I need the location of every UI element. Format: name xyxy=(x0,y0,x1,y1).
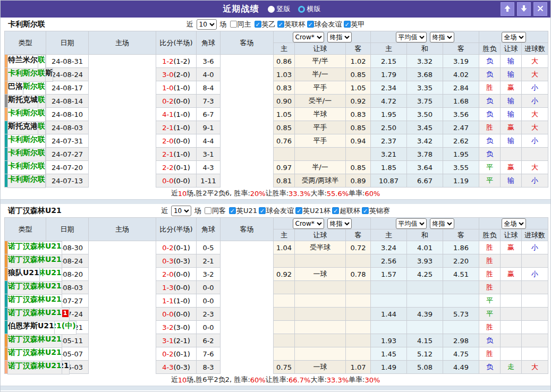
final-odds-select-2[interactable]: 终指 xyxy=(430,32,454,42)
same-venue-filter[interactable]: 同客 xyxy=(205,206,226,216)
odds-source-select[interactable]: Crow* xyxy=(293,218,324,229)
move-down-button[interactable] xyxy=(517,2,531,16)
result-outcome: 胜 xyxy=(479,347,501,361)
match-row: 球会友谊24-08-03卡利斯尔联2-1(1-0)9-1斯托克港0.85平手0.… xyxy=(5,121,548,134)
score: 2-1(1-0) xyxy=(156,121,197,134)
full-time-score: 0-0 xyxy=(162,177,173,185)
radio-vertical-layout[interactable]: 竖版 xyxy=(268,4,291,14)
checkbox-checked-icon[interactable]: ✓ xyxy=(362,207,369,214)
checkbox-checked-icon[interactable]: ✓ xyxy=(229,207,236,214)
avg-home-odds: 1.45 xyxy=(371,347,407,361)
final-odds-select[interactable]: 终指 xyxy=(327,218,352,229)
recent-games-select[interactable]: 10 xyxy=(171,206,191,216)
corner-score: 0-5 xyxy=(197,241,221,254)
match-row: 球会友谊24-07-13沃金顿0-0(0-0)1-11卡利斯尔联0.81受两/两… xyxy=(5,174,548,188)
half-time-score: (1-2) xyxy=(173,57,190,65)
summary-value: 30% xyxy=(364,376,380,384)
avg-away-odds: 2.98 xyxy=(443,334,479,347)
summary-text: 大率: xyxy=(310,189,326,198)
checkbox-checked-icon[interactable]: ✓ xyxy=(259,207,266,214)
full-match-select[interactable]: 全场 xyxy=(502,218,526,229)
avg-draw-odds xyxy=(407,321,443,334)
checkbox-checked-icon[interactable]: ✓ xyxy=(295,207,302,214)
avg-odds-select[interactable]: 平均值 xyxy=(396,218,427,229)
result-outcome: 负 xyxy=(479,334,501,347)
team-label: 诺丁汉森林U21 xyxy=(8,255,62,263)
league-filter[interactable]: ✓英U21 xyxy=(229,206,257,216)
team-label: 斯托克港 xyxy=(8,122,38,130)
full-match-select[interactable]: 全场 xyxy=(502,32,526,42)
avg-odds-group: 平均值终指 xyxy=(371,31,479,43)
checkbox-checked-icon[interactable]: ✓ xyxy=(332,207,339,214)
close-button[interactable] xyxy=(533,2,547,16)
avg-draw-odds: 3.78 xyxy=(407,148,443,161)
league-filter[interactable]: ✓英联杯 xyxy=(277,20,306,29)
checkbox-checked-icon[interactable]: ✓ xyxy=(344,21,351,28)
result-goals: 大 xyxy=(522,161,548,174)
checkbox-unchecked-icon[interactable] xyxy=(230,21,237,28)
score: 3-1(2-1) xyxy=(156,334,197,347)
team-label: 诺丁汉森林U21 xyxy=(8,348,62,356)
avg-draw-odds: 5.08 xyxy=(407,361,443,374)
odds-home: 0.90 xyxy=(274,95,295,108)
league-filter[interactable]: ✓英U21杯 xyxy=(295,206,330,216)
team-label: 卡利斯尔联 xyxy=(8,175,45,183)
team-label: 斯托克城 xyxy=(8,95,38,104)
half-time-score: (3-0) xyxy=(173,323,190,331)
odds-source-select[interactable]: Crow* xyxy=(293,32,324,42)
near-label: 近 xyxy=(161,206,168,216)
handicap-line: 一球 xyxy=(295,268,346,281)
odds-home: 1.04 xyxy=(274,241,295,254)
col-header-score: 比分(半场) xyxy=(156,31,197,55)
away-team: 诺丁汉森林U21 xyxy=(7,241,62,255)
full-time-score: 2-0 xyxy=(162,270,173,278)
col-header-hcap-result: 让球 xyxy=(501,43,522,55)
score: 0-0(0-0) xyxy=(156,308,197,321)
league-filter[interactable]: ✓英甲 xyxy=(344,20,365,29)
half-time-score: (1-0) xyxy=(173,150,190,158)
half-time-score: (0-0) xyxy=(173,310,190,318)
league-filter[interactable]: ✓球会友谊 xyxy=(259,206,294,216)
summary-text: 让胜率: xyxy=(266,375,289,385)
avg-home-odds xyxy=(371,281,407,294)
league-filter[interactable]: ✓球会友谊 xyxy=(307,20,342,29)
same-venue-filter[interactable]: 同主 xyxy=(230,20,251,29)
col-header-away: 客场 xyxy=(221,31,274,55)
team-name: 诺丁汉森林U21 xyxy=(8,206,62,216)
result-outcome: 负 xyxy=(479,95,501,108)
move-up-button[interactable] xyxy=(501,2,514,16)
avg-odds-select[interactable]: 平均值 xyxy=(396,32,427,42)
result-outcome: 胜 xyxy=(479,268,501,281)
checkbox-checked-icon[interactable]: ✓ xyxy=(277,21,284,28)
games-label: 场 xyxy=(194,206,201,216)
score: 2-2(0-1) xyxy=(156,161,197,174)
final-odds-select[interactable]: 终指 xyxy=(327,32,352,42)
league-filter[interactable]: ✓超联杯 xyxy=(332,206,360,216)
col-header-goals: 进球数 xyxy=(522,43,548,55)
result-goals: 大 xyxy=(522,361,548,374)
radio-horizontal-layout[interactable]: 横版 xyxy=(298,4,321,14)
col-header-avg-home: 主 xyxy=(371,229,407,241)
odds-away xyxy=(346,321,371,334)
away-team: 卡利斯尔联 xyxy=(7,148,46,161)
avg-draw-odds: 3.42 xyxy=(407,134,443,148)
full-time-score: 0-0 xyxy=(162,310,173,318)
handicap-line xyxy=(295,334,346,347)
handicap-line: 半/一 xyxy=(295,161,346,174)
team-label: 卡利斯尔联 xyxy=(8,148,45,157)
checkbox-checked-icon[interactable]: ✓ xyxy=(307,21,314,28)
away-team: 卡利斯尔联 xyxy=(7,134,46,148)
checkbox-unchecked-icon[interactable] xyxy=(205,207,211,214)
recent-games-select[interactable]: 10 xyxy=(197,19,217,30)
checkbox-checked-icon[interactable]: ✓ xyxy=(255,21,261,28)
league-filter[interactable]: ✓英乙 xyxy=(255,20,276,29)
summary-value: 55.6% xyxy=(327,190,349,198)
league-filters: ✓英U21✓球会友谊✓英U21杯✓超联杯✓英锦赛 xyxy=(227,206,390,216)
handicap-line xyxy=(295,294,346,308)
full-time-score: 3-1 xyxy=(162,337,173,345)
final-odds-select-2[interactable]: 终指 xyxy=(430,218,454,229)
odds-away: 0.94 xyxy=(346,134,371,148)
col-header-result: 胜负 xyxy=(479,229,501,241)
league-filter[interactable]: ✓英锦赛 xyxy=(362,206,390,216)
team-label: 卡利斯尔联 xyxy=(8,161,45,170)
